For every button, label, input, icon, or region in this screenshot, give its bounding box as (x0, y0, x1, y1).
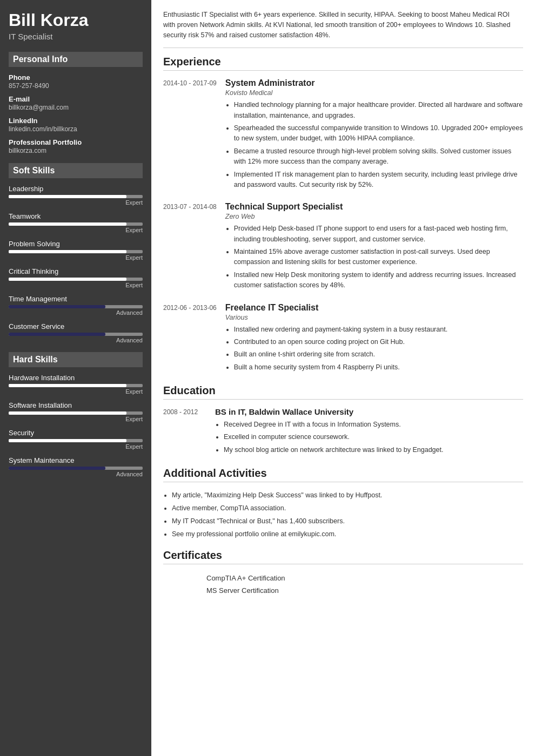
list-item: My school blog article on network archit… (224, 445, 523, 455)
hard-skills-heading: Hard Skills (9, 352, 143, 367)
skill-bar-container (9, 467, 143, 470)
hard-skills-list: Hardware InstallationExpertSoftware Inst… (9, 374, 143, 477)
skill-name: System Maintenance (9, 456, 143, 464)
skill-name: Security (9, 429, 143, 437)
entry-job-title: System Administrator (225, 78, 523, 88)
entry-date: 2008 - 2012 (163, 407, 206, 457)
skill-bar-fill (9, 467, 105, 470)
skill-level: Advanced (9, 309, 143, 316)
skill-bar-container (9, 384, 143, 387)
skill-bar-fill (9, 278, 126, 281)
list-item: Built a home security system from 4 Rasp… (234, 362, 523, 373)
main-content: Enthusiastic IT Specialist with 6+ years… (151, 0, 535, 756)
skill-level: Advanced (9, 471, 143, 477)
experience-heading: Experience (163, 56, 523, 71)
entry-content: Technical Support SpecialistZero WebProv… (225, 202, 523, 293)
skill-name: Time Management (9, 295, 143, 303)
experience-entry: 2013-07 - 2014-08Technical Support Speci… (163, 202, 523, 293)
certificates-heading: Certificates (163, 549, 523, 564)
entry-job-title: Freelance IT Specialist (225, 303, 523, 313)
list-item: My IT Podcast "Technical or Bust," has 1… (172, 516, 523, 526)
entry-bullets: Handled technology planning for a major … (225, 100, 523, 190)
education-entry: 2008 - 2012BS in IT, Baldwin Wallace Uni… (163, 407, 523, 457)
education-degree: BS in IT, Baldwin Wallace University (215, 407, 523, 416)
entry-bullets: Provided Help Desk-based IT phone suppor… (225, 224, 523, 291)
candidate-name: Bill Korza (9, 11, 143, 30)
skill-level: Expert (9, 443, 143, 450)
list-item: Contributed to an open source coding pro… (234, 337, 523, 347)
skill-bar-container (9, 411, 143, 415)
entry-bullets: Installed new ordering and payment-takin… (225, 325, 523, 373)
sidebar: Bill Korza IT Specialist Personal Info P… (0, 0, 151, 756)
list-item: Built an online t-shirt ordering site fr… (234, 349, 523, 360)
skill-level: Expert (9, 254, 143, 261)
skill-bar-fill (9, 333, 105, 336)
skill-name: Customer Service (9, 322, 143, 330)
skill-bar-container (9, 305, 143, 308)
experience-section: Experience 2014-10 - 2017-09System Admin… (163, 56, 523, 375)
education-section: Education 2008 - 2012BS in IT, Baldwin W… (163, 384, 523, 457)
skill-name: Leadership (9, 185, 143, 193)
soft-skills-list: LeadershipExpertTeamworkExpertProblem So… (9, 185, 143, 343)
contact-label: LinkedIn (9, 117, 143, 125)
skill-bar-fill (9, 222, 126, 226)
contact-value: billkorza@gmail.com (9, 104, 143, 111)
certificate-item: MS Server Certification (163, 584, 523, 597)
entry-date: 2012-06 - 2013-06 (163, 303, 217, 375)
list-item: Implemented IT risk management plan to h… (234, 170, 523, 191)
skill-bar-fill (9, 195, 126, 198)
contact-value: linkedin.com/in/billkorza (9, 125, 143, 133)
list-item: Excelled in computer science coursework. (224, 432, 523, 442)
list-item: Spearheaded the successful companywide t… (234, 123, 523, 144)
entry-company: Various (225, 314, 523, 321)
list-item: Received Degree in IT with a focus in In… (224, 420, 523, 430)
skill-bar-container (9, 333, 143, 336)
additional-section: Additional Activities My article, "Maxim… (163, 467, 523, 539)
list-item: See my professional portfolio online at … (172, 529, 523, 539)
entry-job-title: Technical Support Specialist (225, 202, 523, 212)
entry-date: 2014-10 - 2017-09 (163, 78, 217, 192)
list-item: Active member, CompTIA association. (172, 503, 523, 514)
skill-level: Expert (9, 227, 143, 233)
skill-name: Software Installation (9, 401, 143, 409)
experience-entry: 2012-06 - 2013-06Freelance IT Specialist… (163, 303, 523, 375)
entry-company: Kovisto Medical (225, 89, 523, 97)
list-item: Became a trusted resource through high-l… (234, 146, 523, 167)
skill-bar-container (9, 278, 143, 281)
list-item: Installed new ordering and payment-takin… (234, 325, 523, 335)
certificate-item: CompTIA A+ Certification (163, 572, 523, 584)
skill-level: Advanced (9, 337, 143, 343)
skill-bar-container (9, 222, 143, 226)
skill-level: Expert (9, 282, 143, 288)
skill-name: Critical Thinking (9, 267, 143, 275)
list-item: Handled technology planning for a major … (234, 100, 523, 121)
contact-label: E-mail (9, 95, 143, 103)
education-bullets: Received Degree in IT with a focus in In… (215, 420, 523, 455)
skill-level: Expert (9, 199, 143, 206)
skill-name: Hardware Installation (9, 374, 143, 382)
skill-bar-container (9, 195, 143, 198)
certificates-list: CompTIA A+ CertificationMS Server Certif… (163, 572, 523, 597)
additional-list: My article, "Maximizing Help Desk Succes… (163, 490, 523, 539)
skill-name: Problem Solving (9, 240, 143, 248)
experience-entry: 2014-10 - 2017-09System AdministratorKov… (163, 78, 523, 192)
list-item: Provided Help Desk-based IT phone suppor… (234, 224, 523, 245)
entry-content: BS in IT, Baldwin Wallace UniversityRece… (215, 407, 523, 457)
entry-content: Freelance IT SpecialistVariousInstalled … (225, 303, 523, 375)
skill-bar-fill (9, 411, 126, 415)
skill-level: Expert (9, 416, 143, 422)
education-list: 2008 - 2012BS in IT, Baldwin Wallace Uni… (163, 407, 523, 457)
contact-list: Phone857-257-8490E-mailbillkorza@gmail.c… (9, 73, 143, 154)
summary-text: Enthusiastic IT Specialist with 6+ years… (163, 10, 523, 48)
experience-list: 2014-10 - 2017-09System AdministratorKov… (163, 78, 523, 375)
skill-name: Teamwork (9, 212, 143, 220)
skill-bar-fill (9, 384, 126, 387)
soft-skills-heading: Soft Skills (9, 163, 143, 178)
contact-value: 857-257-8490 (9, 82, 143, 90)
skill-bar-fill (9, 439, 126, 442)
skill-level: Expert (9, 388, 143, 395)
list-item: Installed new Help Desk monitoring syste… (234, 270, 523, 291)
contact-value: billkorza.com (9, 147, 143, 154)
education-heading: Education (163, 384, 523, 400)
contact-label: Professional Portfolio (9, 138, 143, 146)
